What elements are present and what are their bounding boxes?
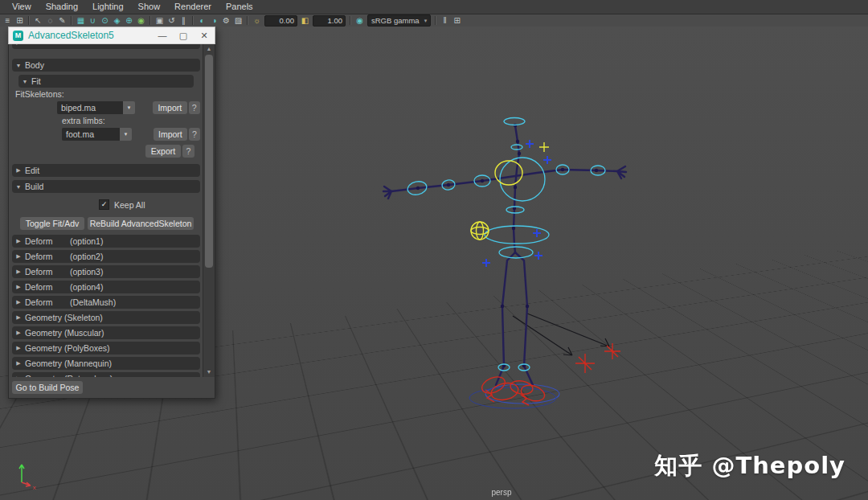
rebuild-button[interactable]: ReBuild AdvancedSkeleton <box>88 217 194 230</box>
window-titlebar[interactable]: M AdvancedSkeleton5 — ▢ ✕ <box>8 27 215 44</box>
toolbar-divider <box>247 16 248 25</box>
triangle-collapsed-icon: ▶ <box>12 314 25 321</box>
lasso-select-icon[interactable]: ◌ <box>44 14 56 27</box>
snap-grid-icon[interactable]: ▦ <box>75 14 87 27</box>
paint-select-icon[interactable]: ✎ <box>56 14 68 27</box>
snap-point-icon[interactable]: ⊙ <box>99 14 111 27</box>
section-header-geometry-muscular[interactable]: ▶ Geometry (Muscular) <box>12 326 200 339</box>
triangle-expanded-icon: ▼ <box>12 184 25 190</box>
snap-curve-icon[interactable]: ∪ <box>87 14 99 27</box>
fitskeletons-label: FitSkeletons: <box>15 90 200 99</box>
select-cursor-icon[interactable]: ↖ <box>32 14 44 27</box>
help-import-extra-button[interactable]: ? <box>189 128 200 141</box>
watermark: 知乎 @Thepoly <box>654 450 845 482</box>
scrollbar-thumb[interactable] <box>205 55 213 268</box>
section-header-edit[interactable]: ▶ Edit <box>12 164 200 177</box>
section-header-build[interactable]: ▼ Build <box>12 180 200 193</box>
section-option: (option4) <box>70 282 103 292</box>
triangle-collapsed-icon: ▶ <box>12 238 25 244</box>
toolbar-divider <box>350 16 351 25</box>
export-button[interactable]: Export <box>145 145 181 158</box>
section-header-deform-option2[interactable]: ▶ Deform (option2) <box>12 250 200 263</box>
menu-view[interactable]: View <box>5 0 39 14</box>
extra-limbs-dropdown[interactable]: foot.ma ▼ <box>62 128 132 141</box>
triangle-collapsed-icon: ▶ <box>12 284 25 290</box>
gamma-field[interactable]: 1.00 <box>313 15 346 27</box>
fitskeleton-dropdown[interactable]: biped.ma ▼ <box>57 101 135 114</box>
exposure-field[interactable]: 0.00 <box>264 15 297 27</box>
help-export-button[interactable]: ? <box>182 145 194 158</box>
input-operations-icon[interactable]: ▣ <box>154 14 166 27</box>
gamma-icon[interactable]: ◧ <box>299 14 311 27</box>
section-label: Deform <box>25 297 63 307</box>
toolbar-divider <box>435 16 436 25</box>
menu-shading[interactable]: Shading <box>39 0 85 14</box>
snap-surface-icon[interactable]: ◈ <box>111 14 123 27</box>
menu-lighting[interactable]: Lighting <box>85 0 131 14</box>
section-header-fit[interactable]: ▼ Fit <box>18 75 194 88</box>
section-label: Deform <box>25 282 63 292</box>
menu-renderer[interactable]: Renderer <box>167 0 219 14</box>
import-fit-button[interactable]: Import <box>153 101 187 114</box>
section-label: Geometry (Mannequin) <box>25 359 112 368</box>
triangle-collapsed-icon: ▶ <box>12 44 25 46</box>
toolbar-divider <box>149 16 151 25</box>
color-management-icon[interactable]: ◉ <box>354 14 366 27</box>
colorspace-value: sRGB gamma <box>371 16 420 25</box>
scrollbar-down-icon[interactable]: ▼ <box>203 367 215 377</box>
menu-icon[interactable]: ≡ <box>2 14 14 27</box>
minimize-button[interactable]: — <box>152 27 173 44</box>
section-header-clipped[interactable]: ▶ <box>12 44 200 49</box>
pause-icon[interactable]: ‖ <box>439 14 451 27</box>
triangle-collapsed-icon: ▶ <box>12 253 25 260</box>
section-header-deform-deltamush[interactable]: ▶ Deform (DeltaMush) <box>12 296 200 309</box>
viewport-3d[interactable]: x persp 知乎 @Thepoly M AdvancedSkeleton5 … <box>0 27 868 500</box>
advancedskeleton-window[interactable]: M AdvancedSkeleton5 — ▢ ✕ ▶ ▼ Body ▼ Fit… <box>8 27 215 399</box>
help-import-fit-button[interactable]: ? <box>189 101 200 114</box>
section-header-deform-option3[interactable]: ▶ Deform (option3) <box>12 265 200 278</box>
triangle-collapsed-icon: ▶ <box>12 345 25 351</box>
section-label: Deform <box>25 252 63 261</box>
section-header-geometry-skeleton[interactable]: ▶ Geometry (Skeleton) <box>12 311 200 324</box>
section-option: (option3) <box>70 267 103 277</box>
triangle-expanded-icon: ▼ <box>12 63 25 68</box>
collapsed-section-list: ▶ Deform (option1) ▶ Deform (option2) ▶ … <box>12 235 200 377</box>
panel-bottom-bar: Go to Build Pose <box>9 377 215 398</box>
panel-scrollbar[interactable]: ▲ ▼ <box>203 44 215 377</box>
import-extra-button[interactable]: Import <box>154 128 187 141</box>
section-label: Geometry (PolyBoxes) <box>25 343 110 353</box>
snap-view-plane-icon[interactable]: ⊕ <box>123 14 135 27</box>
section-header-deform-option4[interactable]: ▶ Deform (option4) <box>12 281 200 293</box>
render-settings-icon[interactable]: ⚙ <box>220 14 232 27</box>
make-live-icon[interactable]: ◉ <box>135 14 147 27</box>
advancedskeleton-logo-icon: M <box>13 31 23 41</box>
svg-text:x: x <box>33 484 36 491</box>
render-icon[interactable]: ◐ <box>196 14 208 27</box>
symmetry-icon[interactable]: ∥ <box>178 14 190 27</box>
keep-all-checkbox[interactable]: ✓ <box>99 199 109 210</box>
toggle-fit-adv-button[interactable]: Toggle Fit/Adv <box>20 217 84 230</box>
section-option: (DeltaMush) <box>70 297 116 307</box>
menu-panels[interactable]: Panels <box>219 0 260 14</box>
section-header-geometry-mannequin[interactable]: ▶ Geometry (Mannequin) <box>12 357 200 370</box>
scrollbar-up-icon[interactable]: ▲ <box>203 44 215 54</box>
grid-toggle-icon[interactable]: ⊞ <box>451 14 463 27</box>
go-to-build-pose-button[interactable]: Go to Build Pose <box>12 381 83 394</box>
close-button[interactable]: ✕ <box>194 27 215 44</box>
section-header-geometry-polyboxes[interactable]: ▶ Geometry (PolyBoxes) <box>12 342 200 355</box>
section-label: Body <box>25 60 44 70</box>
ipr-render-icon[interactable]: ◑ <box>208 14 220 27</box>
menu-show[interactable]: Show <box>131 0 168 14</box>
textured-display-icon[interactable]: ▨ <box>232 14 244 27</box>
section-label: Build <box>25 182 43 191</box>
section-header-body[interactable]: ▼ Body <box>12 59 200 72</box>
maximize-button[interactable]: ▢ <box>173 27 194 44</box>
fitskeleton-value: biped.ma <box>57 101 123 114</box>
colorspace-dropdown[interactable]: sRGB gamma ▾ <box>367 14 431 27</box>
layout-grid-icon[interactable]: ⊞ <box>14 14 26 27</box>
construction-history-icon[interactable]: ↺ <box>166 14 178 27</box>
section-header-deform-option1[interactable]: ▶ Deform (option1) <box>12 235 200 248</box>
triangle-collapsed-icon: ▶ <box>12 330 25 336</box>
window-title: AdvancedSkeleton5 <box>28 30 152 41</box>
exposure-icon[interactable]: ☼ <box>251 14 263 27</box>
